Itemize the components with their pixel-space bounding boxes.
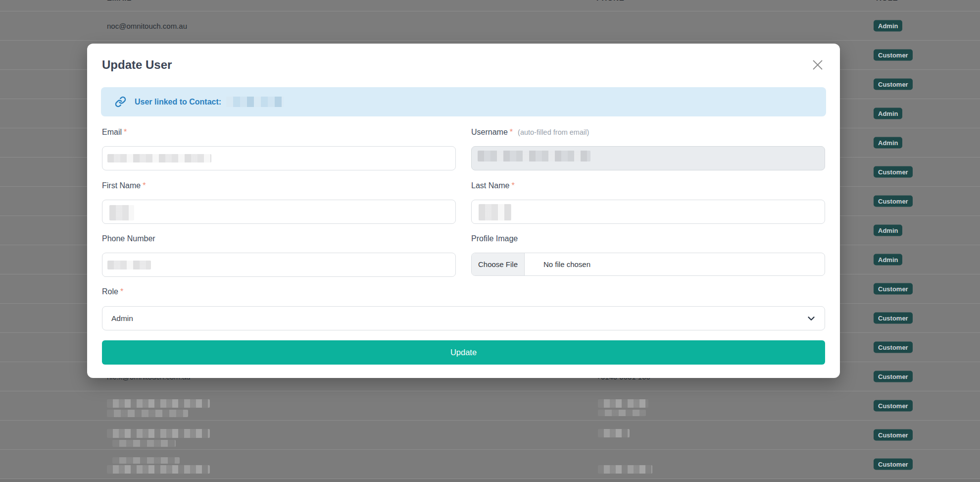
role-badge: Customer [874, 313, 913, 324]
email-cell-blurred [112, 440, 176, 447]
email-cell-blurred [107, 399, 210, 408]
linked-contact-label: User linked to Contact: [135, 98, 221, 107]
linked-contact-value-blurred [226, 97, 284, 107]
update-user-modal: Update User User linked to Contact: Emai… [87, 44, 840, 378]
column-header-phone: PHONE [596, 0, 624, 2]
linked-contact-banner: User linked to Contact: [101, 87, 826, 116]
phone-cell-blurred [598, 465, 652, 474]
profile-image-file-input[interactable]: Choose File No file chosen [471, 253, 825, 276]
role-badge: Customer [874, 371, 913, 382]
column-header-role: ROLE [876, 0, 898, 2]
choose-file-button[interactable]: Choose File [472, 253, 525, 275]
role-badge: Customer [874, 196, 913, 207]
phone-cell-blurred [598, 429, 630, 437]
role-badge: Customer [874, 400, 913, 412]
table-row[interactable]: Customer [0, 450, 980, 479]
table-row[interactable]: noc@omnitouch.com.auAdmin [0, 11, 980, 41]
role-badge: Admin [874, 254, 902, 266]
role-badge: Admin [874, 108, 902, 119]
update-button[interactable]: Update [102, 340, 825, 365]
email-value-blurred [107, 154, 211, 162]
role-label: Role* [102, 287, 123, 296]
email-field[interactable] [102, 146, 456, 170]
first-name-value-blurred [109, 205, 134, 220]
role-badge: Customer [874, 429, 913, 441]
username-hint: (auto-filled from email) [518, 128, 589, 136]
close-icon[interactable] [811, 58, 824, 71]
modal-title: Update User [102, 58, 172, 72]
first-name-field[interactable] [102, 200, 456, 224]
column-header-email: EMAIL [107, 0, 132, 2]
email-cell: noc@omnitouch.com.au [107, 22, 187, 30]
first-name-label: First Name* [102, 181, 456, 190]
role-badge: Customer [874, 50, 913, 61]
next-row-sliver [0, 479, 980, 482]
email-cell-blurred [112, 457, 180, 464]
phone-cell-blurred [598, 399, 648, 408]
last-name-label: Last Name* [471, 181, 825, 190]
role-badge: Customer [874, 79, 913, 90]
last-name-field[interactable] [471, 200, 825, 224]
email-label: Email* [102, 128, 456, 137]
role-badge: Admin [874, 20, 902, 32]
last-name-value-blurred [479, 204, 511, 220]
link-icon [115, 96, 126, 107]
role-badge: Admin [874, 225, 902, 236]
phone-number-field[interactable] [102, 253, 456, 277]
file-chosen-status: No file chosen [543, 260, 590, 268]
phone-value-blurred [107, 261, 151, 269]
profile-image-label: Profile Image [471, 234, 825, 243]
role-badge: Customer [874, 459, 913, 470]
email-cell-blurred [107, 465, 210, 474]
phone-cell-blurred [598, 410, 646, 416]
phone-number-label: Phone Number [102, 234, 456, 243]
chevron-down-icon [806, 313, 817, 324]
username-label: Username*(auto-filled from email) [471, 128, 825, 137]
role-badge: Admin [874, 137, 902, 149]
role-badge: Customer [874, 166, 913, 178]
role-badge: Customer [874, 283, 913, 295]
table-row[interactable]: Customer [0, 391, 980, 421]
email-cell-blurred [107, 410, 188, 417]
role-select[interactable]: Admin [102, 306, 825, 330]
table-row[interactable]: Customer [0, 421, 980, 450]
role-selected-value: Admin [111, 314, 133, 323]
username-value-blurred [478, 151, 590, 161]
email-cell-blurred [107, 429, 210, 438]
username-field [471, 146, 825, 170]
role-badge: Customer [874, 342, 913, 353]
